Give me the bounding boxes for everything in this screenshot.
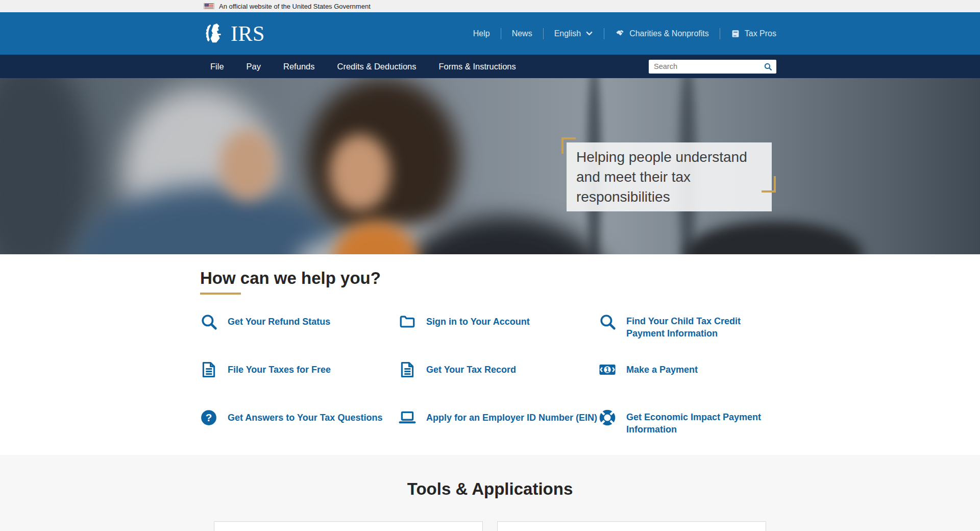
nav-item-refunds[interactable]: Refunds — [272, 62, 326, 71]
search-icon — [764, 62, 772, 71]
link-economic-impact[interactable]: Get Economic Impact Payment Information — [599, 409, 773, 457]
link-label: Make a Payment — [626, 364, 698, 376]
site-header: IRS Help News English Charitie — [0, 12, 980, 55]
taxpros-link-label: Tax Pros — [745, 29, 776, 38]
help-section: How can we help you? Get Your Refund Sta… — [0, 254, 980, 455]
life-ring-icon — [599, 409, 616, 426]
tools-section: Tools & Applications — [0, 455, 980, 531]
search-button[interactable] — [759, 60, 776, 74]
tools-card — [497, 521, 766, 531]
hero-photo-shape — [0, 78, 92, 254]
main-nav: File Pay Refunds Credits & Deductions Fo… — [0, 55, 980, 78]
link-label: Apply for an Employer ID Number (EIN) — [426, 412, 597, 424]
gold-underline — [200, 293, 241, 295]
hero-banner: Helping people understand and meet their… — [0, 78, 980, 254]
hero-photo-shape — [219, 129, 276, 201]
help-links-grid: Get Your Refund Status Sign in to Your A… — [200, 313, 980, 457]
link-child-tax-credit[interactable]: Find Your Child Tax Credit Payment Infor… — [599, 313, 773, 361]
help-link[interactable]: Help — [462, 29, 501, 38]
header-links: Help News English Charities & Nonprofits — [462, 28, 776, 39]
irs-logo-text: IRS — [231, 21, 265, 46]
language-label: English — [554, 29, 581, 38]
hero-photo-shape — [684, 221, 863, 254]
svg-text:?: ? — [206, 412, 212, 423]
link-sign-in[interactable]: Sign in to Your Account — [399, 313, 599, 330]
search-icon — [200, 313, 217, 330]
link-label: Get Your Tax Record — [426, 364, 516, 376]
tools-cards — [0, 521, 980, 531]
link-label: Sign in to Your Account — [426, 316, 530, 328]
document-icon — [200, 361, 217, 378]
hero-photo-shape — [77, 185, 347, 254]
link-label: Find Your Child Tax Credit Payment Infor… — [626, 315, 773, 340]
link-make-payment[interactable]: 1 Make a Payment — [599, 361, 773, 378]
hero-photo-shape — [329, 134, 390, 211]
nav-item-pay[interactable]: Pay — [235, 62, 272, 71]
irs-logo[interactable]: IRS — [204, 21, 265, 46]
us-flag-icon — [204, 3, 214, 9]
gov-banner-text: An official website of the United States… — [219, 3, 371, 10]
search-input[interactable] — [649, 62, 759, 70]
nav-item-file[interactable]: File — [204, 62, 235, 71]
help-link-label: Help — [473, 29, 490, 38]
laptop-icon — [399, 409, 416, 426]
gov-banner: An official website of the United States… — [0, 0, 980, 12]
link-label: Get Answers to Your Tax Questions — [228, 412, 382, 424]
charities-link[interactable]: Charities & Nonprofits — [604, 29, 720, 38]
link-label: File Your Taxes for Free — [228, 364, 331, 376]
language-selector[interactable]: English — [544, 29, 604, 38]
hero-headline: Helping people understand and meet their… — [567, 142, 772, 211]
link-label: Get Your Refund Status — [228, 316, 330, 328]
search-box — [649, 60, 776, 74]
irs-eagle-icon — [204, 22, 227, 45]
news-link-label: News — [512, 29, 532, 38]
link-tax-record[interactable]: Get Your Tax Record — [399, 361, 599, 378]
news-link[interactable]: News — [501, 29, 543, 38]
search-icon — [599, 313, 616, 330]
taxpros-link[interactable]: Tax Pros — [720, 29, 776, 38]
document-icon — [399, 361, 416, 378]
svg-text:1: 1 — [605, 366, 609, 374]
link-label: Get Economic Impact Payment Information — [626, 411, 773, 436]
handshake-icon — [615, 29, 625, 38]
chevron-down-icon — [585, 30, 593, 37]
help-section-title: How can we help you? — [200, 269, 980, 288]
nav-item-forms-instructions[interactable]: Forms & Instructions — [428, 62, 527, 71]
link-tax-questions[interactable]: ? Get Answers to Your Tax Questions — [200, 409, 399, 426]
dollar-bill-icon: 1 — [599, 361, 616, 378]
tools-section-title: Tools & Applications — [0, 455, 980, 499]
link-file-free[interactable]: File Your Taxes for Free — [200, 361, 399, 378]
nav-item-credits-deductions[interactable]: Credits & Deductions — [326, 62, 428, 71]
link-refund-status[interactable]: Get Your Refund Status — [200, 313, 399, 330]
link-apply-ein[interactable]: Apply for an Employer ID Number (EIN) — [399, 409, 599, 426]
quote-corner-bracket — [762, 176, 776, 192]
tools-card — [214, 521, 483, 531]
folder-icon — [399, 313, 416, 330]
nav-items: File Pay Refunds Credits & Deductions Fo… — [204, 62, 527, 71]
question-circle-icon: ? — [200, 409, 217, 426]
charities-link-label: Charities & Nonprofits — [629, 29, 709, 38]
book-icon — [731, 29, 740, 38]
